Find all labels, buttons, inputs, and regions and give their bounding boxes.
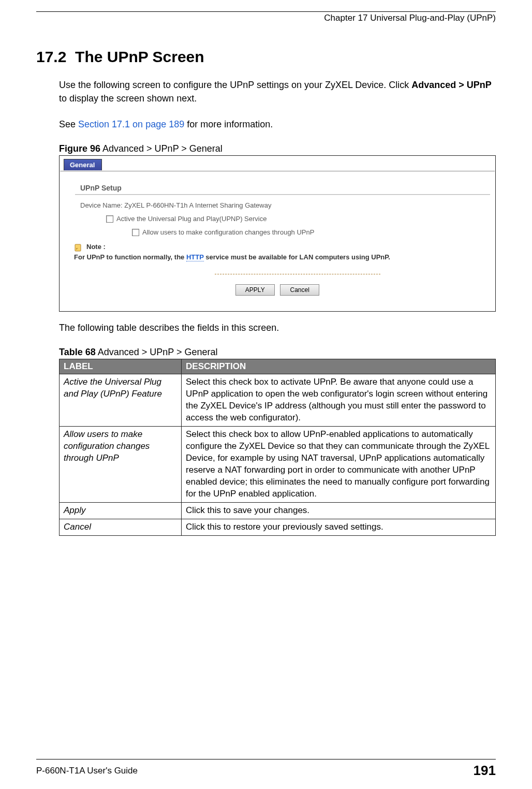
checkbox-active-upnp-label: Active the Universal Plug and Play(UPNP)…: [116, 215, 267, 223]
cancel-button[interactable]: Cancel: [280, 284, 319, 296]
apply-button[interactable]: APPLY: [235, 284, 275, 296]
cell-label: Active the Universal Plug and Play (UPnP…: [60, 374, 182, 427]
svg-rect-0: [75, 244, 81, 251]
cell-desc: Click this to save your changes.: [182, 502, 496, 519]
checkbox-allow-config-row: Allow users to make configuration change…: [132, 228, 314, 236]
upnp-setup-label: UPnP Setup: [80, 184, 122, 192]
footer-page-number: 191: [474, 763, 496, 779]
table-row: Cancel Click this to restore your previo…: [60, 519, 496, 535]
section-title: The UPnP Screen: [75, 48, 204, 65]
section-number: 17.2: [36, 48, 66, 65]
checkbox-allow-config-label: Allow users to make configuration change…: [142, 228, 314, 236]
note-text: For UPnP to function normally, the HTTP …: [74, 253, 390, 261]
table-header-row: LABEL DESCRIPTION: [60, 359, 496, 374]
checkbox-active-upnp[interactable]: [106, 215, 113, 223]
cell-desc: Click this to restore your previously sa…: [182, 519, 496, 535]
checkbox-active-upnp-row: Active the Universal Plug and Play(UPNP)…: [106, 215, 267, 223]
intro-paragraph: Use the following screen to configure th…: [59, 78, 496, 105]
figure-caption: Figure 96 Advanced > UPnP > General: [59, 143, 496, 154]
cell-desc: Select this check box to allow UPnP-enab…: [182, 427, 496, 503]
nav-path: Advanced > UPnP: [411, 80, 492, 90]
http-link[interactable]: HTTP: [186, 253, 204, 261]
checkbox-allow-config[interactable]: [132, 229, 139, 236]
button-bar: APPLY Cancel: [60, 284, 495, 296]
crossref-link[interactable]: Section 17.1 on page 189: [78, 119, 184, 129]
cell-label: Cancel: [60, 519, 182, 535]
page-footer: P-660N-T1A User's Guide 191: [36, 759, 496, 779]
table-caption: Table 68 Advanced > UPnP > General: [59, 347, 496, 358]
device-name-line: Device Name: ZyXEL P-660HN-T1h A Interne…: [80, 201, 271, 209]
tab-strip: [60, 170, 495, 171]
chapter-header: Chapter 17 Universal Plug-and-Play (UPnP…: [36, 13, 496, 23]
cell-desc: Select this check box to activate UPnP. …: [182, 374, 496, 427]
cell-label: Allow users to make configuration change…: [60, 427, 182, 503]
col-description: DESCRIPTION: [182, 359, 496, 374]
table-row: Apply Click this to save your changes.: [60, 502, 496, 519]
note-icon: [74, 243, 83, 252]
note-label: Note :: [86, 243, 106, 251]
figure-screenshot: General UPnP Setup Device Name: ZyXEL P-…: [59, 155, 496, 312]
col-label: LABEL: [60, 359, 182, 374]
tab-general[interactable]: General: [64, 159, 102, 170]
footer-guide-name: P-660N-T1A User's Guide: [36, 766, 138, 776]
table-intro: The following table describes the fields…: [59, 321, 496, 334]
table-row: Active the Universal Plug and Play (UPnP…: [60, 374, 496, 427]
reference-paragraph: See Section 17.1 on page 189 for more in…: [59, 118, 496, 131]
divider: [215, 274, 380, 274]
cell-label: Apply: [60, 502, 182, 519]
field-description-table: LABEL DESCRIPTION Active the Universal P…: [59, 359, 496, 535]
section-heading: 17.2 The UPnP Screen: [36, 48, 496, 66]
table-row: Allow users to make configuration change…: [60, 427, 496, 503]
